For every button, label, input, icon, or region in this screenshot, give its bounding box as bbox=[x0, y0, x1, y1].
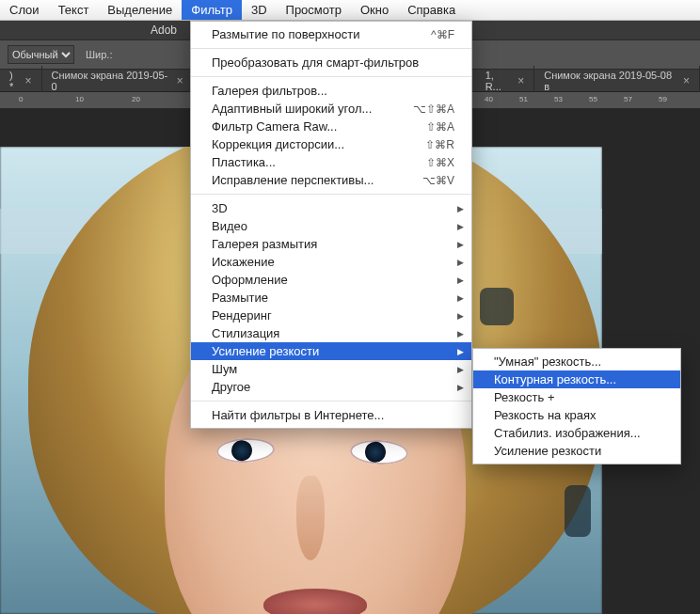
shortcut: ⇧⌘A bbox=[389, 120, 454, 134]
menu-item-liquify[interactable]: Пластика...⇧⌘X bbox=[191, 153, 471, 171]
submenu-item-unsharp-mask[interactable]: Контурная резкость... bbox=[473, 370, 680, 388]
ruler-tick: 20 bbox=[132, 95, 140, 103]
menu-item-blur-gallery[interactable]: Галерея размытия bbox=[191, 235, 471, 253]
tab-label: 1, R... bbox=[485, 70, 513, 92]
menu-item-3d[interactable]: 3D bbox=[191, 199, 471, 217]
menu-item-vanishing-point[interactable]: Исправление перспективы...⌥⌘V bbox=[191, 171, 471, 189]
menu-window[interactable]: Окно bbox=[351, 0, 398, 20]
tab-2[interactable]: 1, R... × bbox=[476, 66, 535, 96]
width-label: Шир.: bbox=[86, 49, 112, 60]
submenu-item-smart-sharpen[interactable]: "Умная" резкость... bbox=[473, 353, 680, 370]
shortcut: ⇧⌘R bbox=[388, 138, 454, 151]
submenu-item-sharpen-edges[interactable]: Резкость на краях bbox=[473, 406, 680, 424]
filter-menu: Размытие по поверхности ^⌘F Преобразоват… bbox=[190, 21, 472, 429]
menu-item-convert-smart[interactable]: Преобразовать для смарт-фильтров bbox=[191, 54, 471, 71]
menubar: Слои Текст Выделение Фильтр 3D Просмотр … bbox=[0, 0, 700, 21]
menu-text[interactable]: Текст bbox=[49, 0, 99, 20]
shortcut: ⌥⇧⌘A bbox=[375, 102, 454, 116]
menu-separator bbox=[191, 401, 471, 401]
ruler-tick: 59 bbox=[659, 95, 667, 103]
tab-label: ) * bbox=[9, 70, 20, 92]
menu-separator bbox=[191, 194, 471, 195]
sharpen-submenu: "Умная" резкость... Контурная резкость..… bbox=[472, 348, 681, 464]
blend-mode-select[interactable]: Обычный bbox=[8, 45, 74, 64]
menu-item-sharpen[interactable]: Усиление резкости bbox=[191, 342, 471, 360]
shortcut: ⇧⌘X bbox=[389, 156, 454, 169]
ruler-tick: 0 bbox=[19, 95, 23, 103]
tab-close-icon[interactable]: × bbox=[25, 74, 32, 87]
tab-label: Снимок экрана 2019-05-08 в bbox=[544, 70, 677, 92]
menu-item-lens-correction[interactable]: Коррекция дисторсии...⇧⌘R bbox=[191, 135, 471, 153]
menu-view[interactable]: Просмотр bbox=[277, 0, 351, 20]
menu-item-other[interactable]: Другое bbox=[191, 378, 471, 396]
menu-item-last-filter[interactable]: Размытие по поверхности ^⌘F bbox=[191, 25, 471, 43]
menu-filter[interactable]: Фильтр bbox=[182, 0, 242, 20]
menu-item-camera-raw[interactable]: Фильтр Camera Raw...⇧⌘A bbox=[191, 118, 471, 135]
ruler-tick: 57 bbox=[624, 95, 632, 103]
shortcut: ^⌘F bbox=[393, 28, 454, 41]
menu-item-stylize[interactable]: Стилизация bbox=[191, 324, 471, 342]
tab-1[interactable]: Снимок экрана 2019-05-0 × bbox=[42, 66, 194, 96]
menu-item-noise[interactable]: Шум bbox=[191, 360, 471, 378]
menu-item-distort[interactable]: Искажение bbox=[191, 253, 471, 271]
menu-item-blur[interactable]: Размытие bbox=[191, 289, 471, 307]
ruler-tick: 51 bbox=[519, 95, 528, 103]
tab-close-icon[interactable]: × bbox=[177, 74, 183, 87]
submenu-item-shake-reduction[interactable]: Стабилиз. изображения... bbox=[473, 424, 680, 442]
menu-layers[interactable]: Слои bbox=[0, 0, 49, 20]
ruler-tick: 10 bbox=[75, 95, 84, 103]
tab-close-icon[interactable]: × bbox=[683, 74, 690, 87]
tab-0[interactable]: ) * × bbox=[0, 66, 42, 96]
ruler-tick: 53 bbox=[554, 95, 563, 103]
menu-item-filter-gallery[interactable]: Галерея фильтров... bbox=[191, 82, 471, 100]
menu-3d[interactable]: 3D bbox=[242, 0, 277, 20]
ruler-tick: 40 bbox=[485, 95, 493, 103]
menu-help[interactable]: Справка bbox=[398, 0, 465, 20]
menu-item-browse-online[interactable]: Найти фильтры в Интернете... bbox=[191, 406, 471, 424]
ruler-tick: 55 bbox=[589, 95, 597, 103]
tab-label: Снимок экрана 2019-05-0 bbox=[52, 70, 171, 92]
tab-3[interactable]: Снимок экрана 2019-05-08 в × bbox=[534, 66, 700, 96]
menu-item-adaptive-wide[interactable]: Адаптивный широкий угол...⌥⇧⌘A bbox=[191, 100, 471, 118]
menu-item-pixelate[interactable]: Оформление bbox=[191, 271, 471, 289]
menu-select[interactable]: Выделение bbox=[98, 0, 182, 20]
shortcut: ⌥⌘V bbox=[385, 174, 454, 187]
menu-item-video[interactable]: Видео bbox=[191, 217, 471, 235]
menu-item-render[interactable]: Рендеринг bbox=[191, 307, 471, 324]
submenu-item-sharpen[interactable]: Усиление резкости bbox=[473, 442, 680, 460]
menu-separator bbox=[191, 48, 471, 49]
app-name: Adob bbox=[151, 24, 177, 37]
submenu-item-sharpen-more[interactable]: Резкость + bbox=[473, 388, 680, 406]
menu-separator bbox=[191, 76, 471, 77]
tab-close-icon[interactable]: × bbox=[517, 74, 524, 87]
